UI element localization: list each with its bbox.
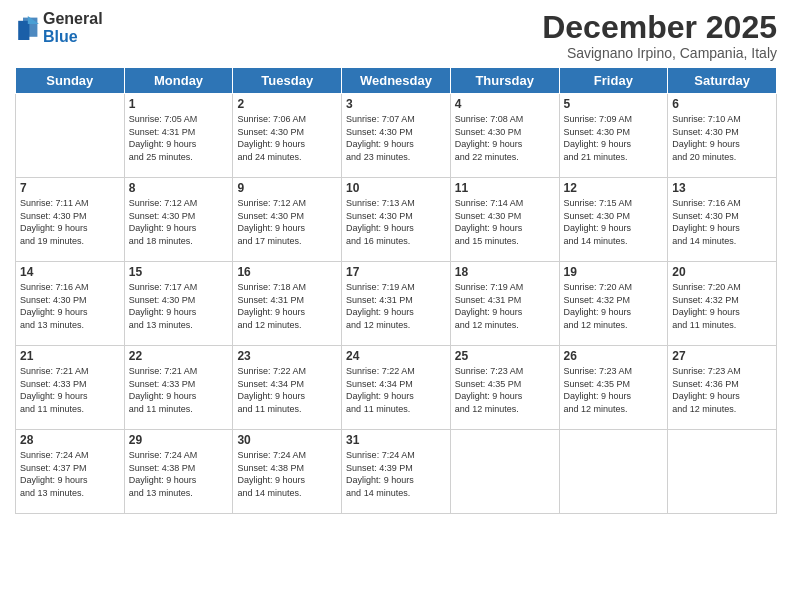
day-info: Sunrise: 7:23 AMSunset: 4:35 PMDaylight:…	[564, 365, 664, 415]
logo-icon	[15, 14, 39, 42]
sunrise-text: Sunrise: 7:21 AM	[20, 365, 120, 378]
calendar-cell	[16, 94, 125, 178]
calendar-cell: 11Sunrise: 7:14 AMSunset: 4:30 PMDayligh…	[450, 178, 559, 262]
sunset-text: Sunset: 4:30 PM	[672, 126, 772, 139]
sunset-text: Sunset: 4:30 PM	[129, 210, 229, 223]
day-number: 16	[237, 265, 337, 279]
day-info: Sunrise: 7:16 AMSunset: 4:30 PMDaylight:…	[672, 197, 772, 247]
daylight-text: and 12 minutes.	[346, 319, 446, 332]
sunset-text: Sunset: 4:39 PM	[346, 462, 446, 475]
daylight-text: Daylight: 9 hours	[346, 222, 446, 235]
calendar-cell: 29Sunrise: 7:24 AMSunset: 4:38 PMDayligh…	[124, 430, 233, 514]
sunrise-text: Sunrise: 7:08 AM	[455, 113, 555, 126]
calendar-cell: 1Sunrise: 7:05 AMSunset: 4:31 PMDaylight…	[124, 94, 233, 178]
daylight-text: and 11 minutes.	[672, 319, 772, 332]
daylight-text: Daylight: 9 hours	[129, 474, 229, 487]
title-area: December 2025 Savignano Irpino, Campania…	[542, 10, 777, 61]
calendar-week-row: 28Sunrise: 7:24 AMSunset: 4:37 PMDayligh…	[16, 430, 777, 514]
daylight-text: Daylight: 9 hours	[20, 390, 120, 403]
day-info: Sunrise: 7:21 AMSunset: 4:33 PMDaylight:…	[129, 365, 229, 415]
daylight-text: and 14 minutes.	[564, 235, 664, 248]
daylight-text: and 14 minutes.	[346, 487, 446, 500]
day-number: 28	[20, 433, 120, 447]
calendar-cell: 14Sunrise: 7:16 AMSunset: 4:30 PMDayligh…	[16, 262, 125, 346]
daylight-text: and 11 minutes.	[346, 403, 446, 416]
day-number: 9	[237, 181, 337, 195]
calendar-cell: 6Sunrise: 7:10 AMSunset: 4:30 PMDaylight…	[668, 94, 777, 178]
day-number: 15	[129, 265, 229, 279]
daylight-text: and 14 minutes.	[672, 235, 772, 248]
sunset-text: Sunset: 4:30 PM	[672, 210, 772, 223]
daylight-text: Daylight: 9 hours	[672, 222, 772, 235]
daylight-text: Daylight: 9 hours	[346, 474, 446, 487]
daylight-text: Daylight: 9 hours	[237, 222, 337, 235]
daylight-text: Daylight: 9 hours	[564, 138, 664, 151]
day-info: Sunrise: 7:21 AMSunset: 4:33 PMDaylight:…	[20, 365, 120, 415]
day-info: Sunrise: 7:23 AMSunset: 4:35 PMDaylight:…	[455, 365, 555, 415]
sunrise-text: Sunrise: 7:19 AM	[455, 281, 555, 294]
day-number: 24	[346, 349, 446, 363]
calendar-cell	[559, 430, 668, 514]
day-info: Sunrise: 7:08 AMSunset: 4:30 PMDaylight:…	[455, 113, 555, 163]
sunrise-text: Sunrise: 7:19 AM	[346, 281, 446, 294]
sunset-text: Sunset: 4:30 PM	[455, 210, 555, 223]
sunrise-text: Sunrise: 7:15 AM	[564, 197, 664, 210]
calendar-cell: 16Sunrise: 7:18 AMSunset: 4:31 PMDayligh…	[233, 262, 342, 346]
daylight-text: and 24 minutes.	[237, 151, 337, 164]
daylight-text: and 17 minutes.	[237, 235, 337, 248]
weekday-header-row: SundayMondayTuesdayWednesdayThursdayFrid…	[16, 68, 777, 94]
day-number: 29	[129, 433, 229, 447]
sunset-text: Sunset: 4:32 PM	[672, 294, 772, 307]
sunset-text: Sunset: 4:30 PM	[237, 210, 337, 223]
calendar-cell: 4Sunrise: 7:08 AMSunset: 4:30 PMDaylight…	[450, 94, 559, 178]
calendar-cell: 15Sunrise: 7:17 AMSunset: 4:30 PMDayligh…	[124, 262, 233, 346]
daylight-text: and 14 minutes.	[237, 487, 337, 500]
sunset-text: Sunset: 4:31 PM	[237, 294, 337, 307]
day-info: Sunrise: 7:23 AMSunset: 4:36 PMDaylight:…	[672, 365, 772, 415]
day-number: 18	[455, 265, 555, 279]
calendar-cell: 23Sunrise: 7:22 AMSunset: 4:34 PMDayligh…	[233, 346, 342, 430]
sunset-text: Sunset: 4:33 PM	[20, 378, 120, 391]
sunset-text: Sunset: 4:32 PM	[564, 294, 664, 307]
day-info: Sunrise: 7:24 AMSunset: 4:38 PMDaylight:…	[129, 449, 229, 499]
sunset-text: Sunset: 4:33 PM	[129, 378, 229, 391]
sunrise-text: Sunrise: 7:24 AM	[129, 449, 229, 462]
day-number: 4	[455, 97, 555, 111]
sunset-text: Sunset: 4:30 PM	[20, 210, 120, 223]
day-info: Sunrise: 7:16 AMSunset: 4:30 PMDaylight:…	[20, 281, 120, 331]
calendar-header: SundayMondayTuesdayWednesdayThursdayFrid…	[16, 68, 777, 94]
daylight-text: and 22 minutes.	[455, 151, 555, 164]
sunrise-text: Sunrise: 7:20 AM	[564, 281, 664, 294]
daylight-text: Daylight: 9 hours	[20, 474, 120, 487]
daylight-text: and 12 minutes.	[455, 319, 555, 332]
day-number: 20	[672, 265, 772, 279]
sunset-text: Sunset: 4:30 PM	[346, 126, 446, 139]
calendar-cell	[668, 430, 777, 514]
calendar-cell: 30Sunrise: 7:24 AMSunset: 4:38 PMDayligh…	[233, 430, 342, 514]
sunset-text: Sunset: 4:30 PM	[20, 294, 120, 307]
calendar-table: SundayMondayTuesdayWednesdayThursdayFrid…	[15, 67, 777, 514]
calendar-body: 1Sunrise: 7:05 AMSunset: 4:31 PMDaylight…	[16, 94, 777, 514]
sunrise-text: Sunrise: 7:21 AM	[129, 365, 229, 378]
weekday-header: Thursday	[450, 68, 559, 94]
day-info: Sunrise: 7:19 AMSunset: 4:31 PMDaylight:…	[455, 281, 555, 331]
day-number: 25	[455, 349, 555, 363]
daylight-text: and 18 minutes.	[129, 235, 229, 248]
day-number: 11	[455, 181, 555, 195]
calendar-cell: 20Sunrise: 7:20 AMSunset: 4:32 PMDayligh…	[668, 262, 777, 346]
day-number: 10	[346, 181, 446, 195]
sunrise-text: Sunrise: 7:12 AM	[237, 197, 337, 210]
calendar-week-row: 1Sunrise: 7:05 AMSunset: 4:31 PMDaylight…	[16, 94, 777, 178]
logo: General Blue	[15, 10, 103, 45]
daylight-text: and 12 minutes.	[564, 403, 664, 416]
daylight-text: and 13 minutes.	[129, 487, 229, 500]
day-info: Sunrise: 7:07 AMSunset: 4:30 PMDaylight:…	[346, 113, 446, 163]
day-number: 21	[20, 349, 120, 363]
day-info: Sunrise: 7:15 AMSunset: 4:30 PMDaylight:…	[564, 197, 664, 247]
daylight-text: and 11 minutes.	[237, 403, 337, 416]
day-info: Sunrise: 7:13 AMSunset: 4:30 PMDaylight:…	[346, 197, 446, 247]
calendar-week-row: 14Sunrise: 7:16 AMSunset: 4:30 PMDayligh…	[16, 262, 777, 346]
day-info: Sunrise: 7:18 AMSunset: 4:31 PMDaylight:…	[237, 281, 337, 331]
sunrise-text: Sunrise: 7:06 AM	[237, 113, 337, 126]
day-info: Sunrise: 7:12 AMSunset: 4:30 PMDaylight:…	[237, 197, 337, 247]
